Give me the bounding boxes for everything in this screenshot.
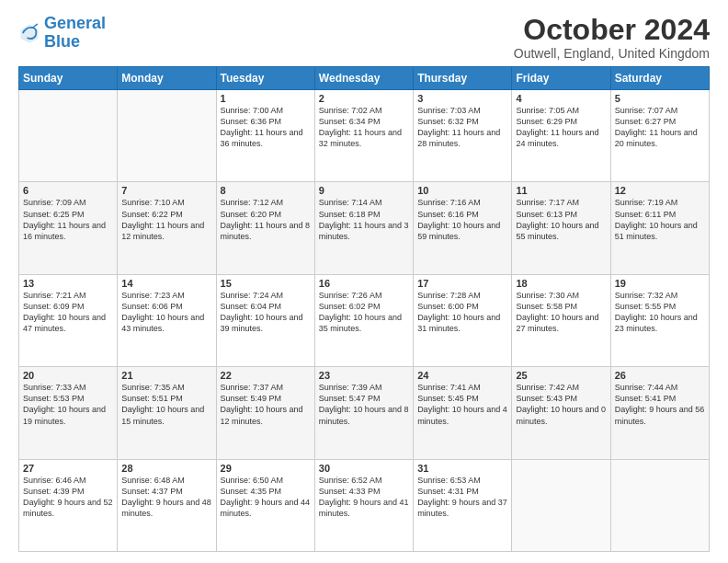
day-number: 27 [23,463,113,474]
table-cell: 10Sunrise: 7:16 AMSunset: 6:16 PMDayligh… [414,182,512,274]
day-number: 16 [319,278,409,289]
table-cell: 15Sunrise: 7:24 AMSunset: 6:04 PMDayligh… [216,274,314,366]
day-info: Sunrise: 6:48 AMSunset: 4:37 PMDaylight:… [121,475,211,520]
table-cell: 8Sunrise: 7:12 AMSunset: 6:20 PMDaylight… [216,182,314,274]
day-number: 24 [417,370,507,381]
day-info: Sunrise: 7:33 AMSunset: 5:53 PMDaylight:… [23,382,113,427]
calendar-week-3: 13Sunrise: 7:21 AMSunset: 6:09 PMDayligh… [19,274,710,366]
calendar-week-2: 6Sunrise: 7:09 AMSunset: 6:25 PMDaylight… [19,182,710,274]
day-number: 21 [121,370,211,381]
table-cell: 27Sunrise: 6:46 AMSunset: 4:39 PMDayligh… [19,459,118,551]
table-cell: 11Sunrise: 7:17 AMSunset: 6:13 PMDayligh… [512,182,610,274]
page: General Blue October 2024 Outwell, Engla… [0,0,728,563]
day-number: 26 [615,370,705,381]
table-cell: 3Sunrise: 7:03 AMSunset: 6:32 PMDaylight… [414,90,512,182]
col-wednesday: Wednesday [314,67,413,90]
table-cell: 16Sunrise: 7:26 AMSunset: 6:02 PMDayligh… [314,274,413,366]
day-info: Sunrise: 7:10 AMSunset: 6:22 PMDaylight:… [121,197,211,242]
table-cell: 30Sunrise: 6:52 AMSunset: 4:33 PMDayligh… [314,459,413,551]
table-cell [610,459,709,551]
table-cell: 21Sunrise: 7:35 AMSunset: 5:51 PMDayligh… [118,367,216,459]
day-number: 14 [121,278,211,289]
location: Outwell, England, United Kingdom [514,46,710,61]
logo: General Blue [18,15,106,52]
table-cell: 2Sunrise: 7:02 AMSunset: 6:34 PMDaylight… [314,90,413,182]
col-monday: Monday [118,67,216,90]
logo-line2: Blue [44,32,80,51]
day-number: 15 [221,278,311,289]
col-sunday: Sunday [19,67,118,90]
logo-line1: General [44,14,106,32]
table-cell: 13Sunrise: 7:21 AMSunset: 6:09 PMDayligh… [19,274,118,366]
day-info: Sunrise: 7:05 AMSunset: 6:29 PMDaylight:… [516,105,606,150]
day-info: Sunrise: 7:32 AMSunset: 5:55 PMDaylight:… [615,290,705,335]
day-number: 31 [417,463,507,474]
day-info: Sunrise: 7:19 AMSunset: 6:11 PMDaylight:… [615,197,705,242]
table-cell: 29Sunrise: 6:50 AMSunset: 4:35 PMDayligh… [216,459,314,551]
day-info: Sunrise: 6:46 AMSunset: 4:39 PMDaylight:… [23,475,113,520]
day-info: Sunrise: 7:30 AMSunset: 5:58 PMDaylight:… [516,290,606,335]
table-cell: 5Sunrise: 7:07 AMSunset: 6:27 PMDaylight… [610,90,709,182]
col-tuesday: Tuesday [216,67,314,90]
day-number: 7 [121,185,211,196]
day-number: 10 [417,185,507,196]
col-saturday: Saturday [610,67,709,90]
table-cell: 28Sunrise: 6:48 AMSunset: 4:37 PMDayligh… [118,459,216,551]
calendar-week-5: 27Sunrise: 6:46 AMSunset: 4:39 PMDayligh… [19,459,710,551]
day-info: Sunrise: 7:16 AMSunset: 6:16 PMDaylight:… [417,197,507,242]
calendar-header-row: Sunday Monday Tuesday Wednesday Thursday… [19,67,710,90]
day-info: Sunrise: 7:03 AMSunset: 6:32 PMDaylight:… [417,105,507,150]
day-info: Sunrise: 7:00 AMSunset: 6:36 PMDaylight:… [221,105,311,150]
day-info: Sunrise: 7:24 AMSunset: 6:04 PMDaylight:… [221,290,311,335]
day-info: Sunrise: 7:41 AMSunset: 5:45 PMDaylight:… [417,382,507,427]
day-number: 11 [516,185,606,196]
table-cell: 18Sunrise: 7:30 AMSunset: 5:58 PMDayligh… [512,274,610,366]
day-info: Sunrise: 7:23 AMSunset: 6:06 PMDaylight:… [121,290,211,335]
day-info: Sunrise: 7:37 AMSunset: 5:49 PMDaylight:… [221,382,311,427]
logo-icon [18,22,40,44]
calendar-table: Sunday Monday Tuesday Wednesday Thursday… [18,66,710,552]
day-info: Sunrise: 7:09 AMSunset: 6:25 PMDaylight:… [23,197,113,242]
day-number: 5 [615,93,705,104]
day-info: Sunrise: 7:35 AMSunset: 5:51 PMDaylight:… [121,382,211,427]
col-friday: Friday [512,67,610,90]
day-info: Sunrise: 7:17 AMSunset: 6:13 PMDaylight:… [516,197,606,242]
day-info: Sunrise: 7:12 AMSunset: 6:20 PMDaylight:… [221,197,311,242]
table-cell: 22Sunrise: 7:37 AMSunset: 5:49 PMDayligh… [216,367,314,459]
day-number: 29 [221,463,311,474]
day-info: Sunrise: 7:21 AMSunset: 6:09 PMDaylight:… [23,290,113,335]
table-cell: 23Sunrise: 7:39 AMSunset: 5:47 PMDayligh… [314,367,413,459]
table-cell: 31Sunrise: 6:53 AMSunset: 4:31 PMDayligh… [414,459,512,551]
day-info: Sunrise: 7:44 AMSunset: 5:41 PMDaylight:… [615,382,705,427]
day-number: 17 [417,278,507,289]
col-thursday: Thursday [414,67,512,90]
day-info: Sunrise: 7:42 AMSunset: 5:43 PMDaylight:… [516,382,606,427]
table-cell: 26Sunrise: 7:44 AMSunset: 5:41 PMDayligh… [610,367,709,459]
day-number: 30 [319,463,409,474]
day-info: Sunrise: 7:39 AMSunset: 5:47 PMDaylight:… [319,382,409,427]
day-number: 1 [221,93,311,104]
table-cell [19,90,118,182]
table-cell: 19Sunrise: 7:32 AMSunset: 5:55 PMDayligh… [610,274,709,366]
table-cell: 12Sunrise: 7:19 AMSunset: 6:11 PMDayligh… [610,182,709,274]
day-number: 23 [319,370,409,381]
day-number: 6 [23,185,113,196]
table-cell: 7Sunrise: 7:10 AMSunset: 6:22 PMDaylight… [118,182,216,274]
table-cell: 6Sunrise: 7:09 AMSunset: 6:25 PMDaylight… [19,182,118,274]
day-info: Sunrise: 7:28 AMSunset: 6:00 PMDaylight:… [417,290,507,335]
day-info: Sunrise: 7:26 AMSunset: 6:02 PMDaylight:… [319,290,409,335]
logo-text: General Blue [44,15,106,52]
day-number: 8 [221,185,311,196]
table-cell: 9Sunrise: 7:14 AMSunset: 6:18 PMDaylight… [314,182,413,274]
header: General Blue October 2024 Outwell, Engla… [18,15,710,61]
table-cell: 24Sunrise: 7:41 AMSunset: 5:45 PMDayligh… [414,367,512,459]
day-info: Sunrise: 6:52 AMSunset: 4:33 PMDaylight:… [319,475,409,520]
day-number: 9 [319,185,409,196]
day-info: Sunrise: 7:02 AMSunset: 6:34 PMDaylight:… [319,105,409,150]
day-number: 2 [319,93,409,104]
day-info: Sunrise: 7:07 AMSunset: 6:27 PMDaylight:… [615,105,705,150]
day-number: 28 [121,463,211,474]
day-number: 18 [516,278,606,289]
table-cell: 4Sunrise: 7:05 AMSunset: 6:29 PMDaylight… [512,90,610,182]
calendar-week-4: 20Sunrise: 7:33 AMSunset: 5:53 PMDayligh… [19,367,710,459]
